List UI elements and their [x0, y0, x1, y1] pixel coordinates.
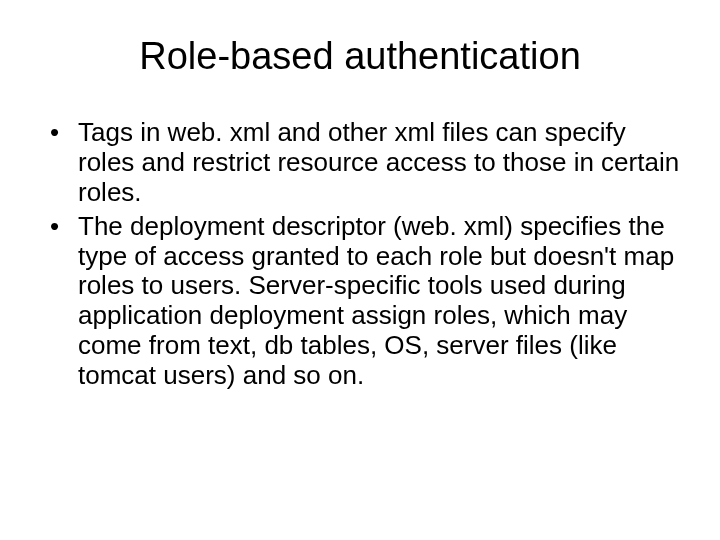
bullet-item: The deployment descriptor (web. xml) spe… — [50, 212, 680, 391]
slide-title: Role-based authentication — [40, 35, 680, 78]
bullet-item: Tags in web. xml and other xml files can… — [50, 118, 680, 208]
bullet-list: Tags in web. xml and other xml files can… — [40, 118, 680, 391]
